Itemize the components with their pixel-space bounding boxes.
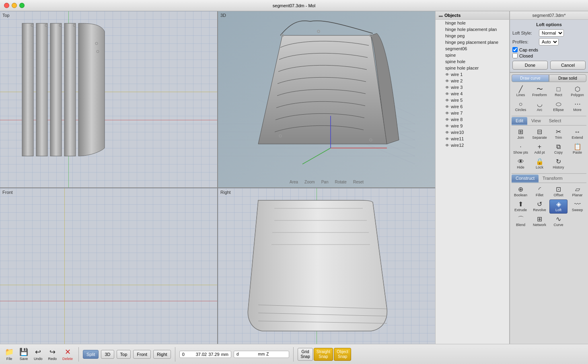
section-tab-edit[interactable]: Edit: [512, 117, 527, 125]
loft-profiles-select[interactable]: Auto: [539, 38, 559, 45]
cap-ends-checkbox[interactable]: [512, 47, 518, 52]
construct-tool-boolean[interactable]: ⊕Boolean: [512, 185, 530, 199]
obj-item-wire10[interactable]: 👁wire10: [436, 129, 509, 136]
vp-rotate-btn[interactable]: Rotate: [335, 180, 346, 184]
edit-tool-join[interactable]: ⊞Join: [512, 127, 530, 141]
viewport-3d[interactable]: 3D Area Zoom Pan Rotate Reset: [218, 11, 435, 187]
draw-curve-tab[interactable]: Draw curve: [512, 74, 549, 82]
edit-tool-hide[interactable]: 👁Hide: [512, 157, 530, 171]
delete-button[interactable]: ✕ Delete: [61, 347, 74, 362]
done-button[interactable]: Done: [512, 61, 548, 70]
maximize-button[interactable]: [19, 3, 25, 8]
draw-tool-freeform[interactable]: 〜Freeform: [530, 84, 549, 99]
obj-item-wire5[interactable]: 👁wire 5: [436, 97, 509, 103]
obj-item-wire6[interactable]: 👁wire 6: [436, 103, 509, 110]
obj-item-spine[interactable]: spine: [436, 52, 509, 58]
obj-item-wire3[interactable]: 👁wire 3: [436, 84, 509, 90]
construct-tool-extrude[interactable]: ⬆Extrude: [512, 199, 530, 214]
vp-reset-btn[interactable]: Reset: [353, 180, 364, 184]
z-input[interactable]: [270, 352, 286, 357]
viewport-right[interactable]: Right: [218, 188, 435, 364]
viewport-top[interactable]: Top: [0, 11, 217, 187]
obj-item-segment06[interactable]: segment06: [436, 45, 509, 52]
obj-item-hinge-peg[interactable]: hinge peg: [436, 33, 509, 39]
eye-icon[interactable]: 👁: [445, 137, 449, 141]
edit-tool-trim[interactable]: ✂Trim: [549, 127, 567, 141]
eye-icon[interactable]: 👁: [445, 117, 449, 122]
obj-item-hinge-peg-placement-plane[interactable]: hinge peg placement plane: [436, 39, 509, 45]
edit-tool-extend[interactable]: ↔Extend: [568, 127, 586, 141]
save-button[interactable]: 💾 Save: [18, 347, 30, 362]
construct-tool-curve[interactable]: ∿Curve: [549, 214, 567, 228]
edit-tool-show-pts[interactable]: ·Show pts: [512, 142, 530, 156]
edit-tool-separate[interactable]: ⊟Separate: [530, 127, 549, 141]
construct-tool-network[interactable]: ⊞Network: [530, 214, 549, 228]
construct-tool-offset[interactable]: ⊡Offset: [549, 185, 567, 199]
split-button[interactable]: Split: [83, 350, 99, 359]
construct-tab-transform[interactable]: Transform: [539, 175, 567, 183]
obj-item-hinge-hole[interactable]: hinge hole: [436, 20, 509, 26]
construct-tool-planar[interactable]: ▱Planar: [568, 185, 586, 199]
front-button[interactable]: Front: [133, 350, 151, 359]
eye-icon[interactable]: 👁: [445, 79, 449, 83]
coord-x-input[interactable]: [182, 352, 194, 357]
obj-item-wire7[interactable]: 👁wire 7: [436, 110, 509, 116]
draw-tool-arc[interactable]: ◡Arc: [530, 99, 549, 113]
vp-zoom-btn[interactable]: Zoom: [304, 180, 315, 184]
construct-tool-blend[interactable]: ⌒Blend: [512, 214, 530, 228]
draw-tool-lines[interactable]: ╱Lines: [512, 84, 530, 99]
obj-item-wire11[interactable]: 👁wire11: [436, 136, 509, 142]
eye-icon[interactable]: 👁: [445, 98, 449, 103]
eye-icon[interactable]: 👁: [445, 85, 449, 90]
objects-header[interactable]: ▬ Objects: [436, 11, 509, 20]
obj-item-wire1[interactable]: 👁wire 1: [436, 71, 509, 78]
top-button[interactable]: Top: [117, 350, 131, 359]
draw-tool-circles[interactable]: ○Circles: [512, 99, 530, 113]
obj-item-wire4[interactable]: 👁wire 4: [436, 90, 509, 97]
draw-solid-tab[interactable]: Draw solid: [549, 74, 586, 82]
construct-tool-fillet[interactable]: ◜Fillet: [530, 185, 549, 199]
threed-button[interactable]: 3D: [101, 350, 114, 359]
edit-tool-copy[interactable]: ⧉Copy: [549, 142, 567, 156]
d-input[interactable]: [241, 352, 257, 357]
obj-item-spine-hole[interactable]: spine hole: [436, 58, 509, 65]
draw-tool-more[interactable]: ⋯More: [568, 99, 586, 113]
obj-item-wire2[interactable]: 👁wire 2: [436, 78, 509, 84]
eye-icon[interactable]: 👁: [445, 72, 449, 77]
draw-tool-rect[interactable]: □Rect: [549, 84, 567, 99]
obj-item-wire12[interactable]: 👁wire12: [436, 142, 509, 148]
edit-tool-paste[interactable]: 📋Paste: [568, 142, 586, 156]
obj-item-spine-hole-placer[interactable]: spine hole placer: [436, 65, 509, 71]
section-tab-select[interactable]: Select: [545, 117, 565, 125]
vp-area-btn[interactable]: Area: [290, 180, 298, 184]
eye-icon[interactable]: 👁: [445, 130, 449, 135]
redo-button[interactable]: ↪ Redo: [47, 347, 59, 362]
edit-tool-add-pt[interactable]: +Add pt: [530, 142, 549, 156]
construct-tab-construct[interactable]: Construct: [512, 175, 539, 183]
straight-snap-button[interactable]: StraightSnap: [314, 348, 333, 361]
close-button[interactable]: [4, 3, 9, 8]
file-button[interactable]: 📁 File: [3, 347, 15, 362]
closed-checkbox[interactable]: [512, 53, 518, 58]
draw-tool-ellipse[interactable]: ⬭Ellipse: [549, 99, 567, 113]
eye-icon[interactable]: 👁: [445, 105, 449, 109]
minimize-button[interactable]: [12, 3, 17, 8]
grid-snap-button[interactable]: GridSnap: [298, 348, 313, 361]
eye-icon[interactable]: 👁: [445, 143, 449, 148]
obj-item-wire8[interactable]: 👁wire 8: [436, 116, 509, 123]
object-snap-button[interactable]: ObjectSnap: [334, 348, 351, 361]
eye-icon[interactable]: 👁: [445, 92, 449, 96]
section-tab-view[interactable]: View: [527, 117, 545, 125]
right-button[interactable]: Right: [153, 350, 171, 359]
eye-icon[interactable]: 👁: [445, 124, 449, 128]
loft-style-select[interactable]: Normal: [539, 29, 564, 37]
construct-tool-sweep[interactable]: 〰Sweep: [568, 199, 586, 214]
edit-tool-lock[interactable]: 🔒Lock: [530, 157, 549, 171]
cancel-button[interactable]: Cancel: [550, 61, 586, 70]
obj-item-wire9[interactable]: 👁wire 9: [436, 123, 509, 129]
undo-button[interactable]: ↩ Undo: [32, 347, 44, 362]
viewport-front[interactable]: Front: [0, 188, 217, 364]
vp-pan-btn[interactable]: Pan: [321, 180, 329, 184]
draw-tool-polygon[interactable]: ⬡Polygon: [568, 84, 586, 99]
edit-tool-history[interactable]: ↻History: [549, 157, 567, 171]
